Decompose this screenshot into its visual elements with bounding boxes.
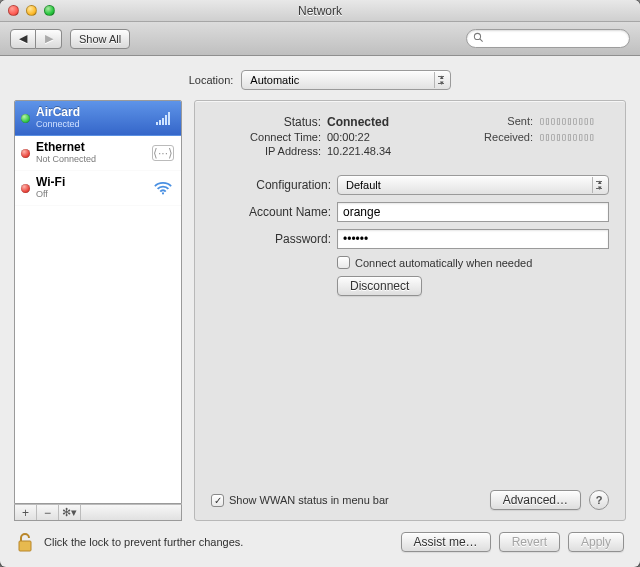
status-block: Status: Connected Sent: ▯▯▯▯▯▯▯▯▯▯ Conne… [211, 115, 609, 157]
show-wwan-checkbox[interactable]: ✓ Show WWAN status in menu bar [211, 494, 389, 507]
received-label: Received: [463, 131, 533, 143]
ip-label: IP Address: [211, 145, 321, 157]
location-label: Location: [189, 74, 234, 86]
ethernet-icon: ⟨···⟩ [151, 143, 175, 163]
svg-line-1 [480, 39, 483, 42]
connect-time-value: 00:00:22 [327, 131, 457, 143]
popup-arrows-icon [434, 72, 448, 88]
wifi-icon [151, 178, 175, 198]
connect-auto-checkbox[interactable]: Connect automatically when needed [337, 256, 609, 269]
svg-rect-3 [19, 541, 31, 551]
assist-button[interactable]: Assist me… [401, 532, 491, 552]
password-label: Password: [211, 232, 331, 246]
list-buttons: + − ✻▾ [14, 504, 182, 521]
interface-wifi[interactable]: Wi-Fi Off [15, 171, 181, 206]
signal-bars-icon [151, 108, 175, 128]
status-dot-icon [21, 184, 30, 193]
search-icon [473, 32, 484, 45]
sent-value: ▯▯▯▯▯▯▯▯▯▯ [539, 115, 609, 129]
interface-aircard[interactable]: AirCard Connected [15, 101, 181, 136]
detail-panel: Status: Connected Sent: ▯▯▯▯▯▯▯▯▯▯ Conne… [194, 100, 626, 521]
interface-status: Not Connected [36, 153, 145, 165]
status-label: Status: [211, 115, 321, 129]
search-field[interactable] [466, 29, 630, 48]
checkbox-icon: ✓ [211, 494, 224, 507]
interface-name: Ethernet [36, 141, 145, 153]
configuration-label: Configuration: [211, 178, 331, 192]
lock-icon[interactable] [16, 531, 34, 553]
interface-name: AirCard [36, 106, 145, 118]
config-form: Configuration: Default Account Name: Pas… [211, 175, 609, 296]
toolbar: ◀ ▶ Show All [0, 22, 640, 56]
popup-arrows-icon [592, 177, 606, 193]
interface-ethernet[interactable]: Ethernet Not Connected ⟨···⟩ [15, 136, 181, 171]
svg-point-0 [474, 33, 480, 39]
status-value: Connected [327, 115, 457, 129]
apply-button[interactable]: Apply [568, 532, 624, 552]
revert-button[interactable]: Revert [499, 532, 560, 552]
connect-auto-label: Connect automatically when needed [355, 257, 532, 269]
window-footer: Click the lock to prevent further change… [14, 521, 626, 557]
show-wwan-label: Show WWAN status in menu bar [229, 494, 389, 506]
sent-label: Sent: [463, 115, 533, 129]
location-value: Automatic [250, 74, 299, 86]
interface-status: Connected [36, 118, 145, 130]
disconnect-button[interactable]: Disconnect [337, 276, 422, 296]
location-row: Location: Automatic [14, 56, 626, 100]
interface-status: Off [36, 188, 145, 200]
show-all-button[interactable]: Show All [70, 29, 130, 49]
add-interface-button[interactable]: + [15, 505, 37, 520]
sidebar: AirCard Connected Ethernet Not Connected [14, 100, 182, 521]
columns: AirCard Connected Ethernet Not Connected [14, 100, 626, 521]
content: Location: Automatic AirCard Connected [0, 56, 640, 567]
account-name-input[interactable] [337, 202, 609, 222]
ip-value: 10.221.48.34 [327, 145, 457, 157]
search-input[interactable] [488, 33, 623, 45]
password-input[interactable] [337, 229, 609, 249]
status-dot-icon [21, 149, 30, 158]
interface-list[interactable]: AirCard Connected Ethernet Not Connected [14, 100, 182, 504]
interface-actions-button[interactable]: ✻▾ [59, 505, 81, 520]
lock-message: Click the lock to prevent further change… [44, 536, 243, 548]
advanced-button[interactable]: Advanced… [490, 490, 581, 510]
network-prefs-window: Network ◀ ▶ Show All Location: Automatic [0, 0, 640, 567]
nav-segment: ◀ ▶ [10, 29, 62, 49]
svg-point-2 [162, 192, 164, 194]
window-title: Network [0, 4, 640, 18]
location-popup[interactable]: Automatic [241, 70, 451, 90]
interface-name: Wi-Fi [36, 176, 145, 188]
received-value: ▯▯▯▯▯▯▯▯▯▯ [539, 131, 609, 143]
account-name-label: Account Name: [211, 205, 331, 219]
configuration-value: Default [346, 179, 381, 191]
titlebar: Network [0, 0, 640, 22]
panel-footer: ✓ Show WWAN status in menu bar Advanced…… [211, 490, 609, 510]
connect-time-label: Connect Time: [211, 131, 321, 143]
status-dot-icon [21, 114, 30, 123]
back-button[interactable]: ◀ [10, 29, 36, 49]
help-button[interactable]: ? [589, 490, 609, 510]
forward-button[interactable]: ▶ [36, 29, 62, 49]
remove-interface-button[interactable]: − [37, 505, 59, 520]
configuration-popup[interactable]: Default [337, 175, 609, 195]
checkbox-icon [337, 256, 350, 269]
